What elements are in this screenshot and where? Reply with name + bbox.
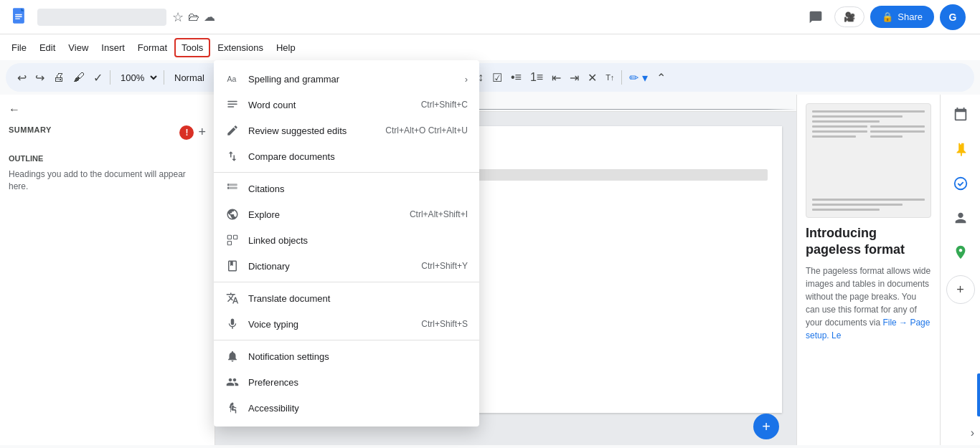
dropdown-section-2: Citations Explore Ctrl+Alt+Shift+I Linke…	[214, 173, 479, 282]
dictionary-icon	[225, 259, 240, 273]
add-content-button[interactable]: +	[753, 414, 779, 439]
main-layout: ← SUMMARY ! + OUTLINE Headings you add t…	[0, 95, 980, 445]
review-edits-label: Review suggested edits	[248, 125, 377, 136]
superscript-button[interactable]: T↑	[603, 70, 617, 85]
chat-icon-btn[interactable]	[803, 4, 829, 30]
paint-format-button[interactable]: 🖌	[70, 68, 88, 87]
decrease-indent-button[interactable]: ⇤	[549, 68, 564, 87]
maps-icon-btn[interactable]	[946, 238, 975, 267]
increase-indent-button[interactable]: ⇥	[567, 68, 582, 87]
svg-rect-11	[227, 184, 229, 186]
notification-settings-item[interactable]: Notification settings	[214, 343, 479, 369]
doc-title-area: ☆ 🗁 ☁	[37, 9, 791, 26]
menu-item-view[interactable]: View	[62, 39, 94, 56]
numbered-list-button[interactable]: 1≡	[527, 68, 546, 87]
svg-rect-3	[15, 16, 22, 16]
meet-icon: 🎥	[844, 11, 855, 22]
menu-item-tools[interactable]: Tools	[174, 38, 210, 57]
svg-rect-9	[227, 106, 234, 108]
mini-line-4	[812, 199, 925, 201]
add-app-button[interactable]: +	[946, 275, 975, 304]
linked-objects-icon	[225, 233, 240, 247]
svg-rect-4	[15, 18, 20, 19]
linked-objects-item[interactable]: Linked objects	[214, 227, 479, 253]
compare-docs-item[interactable]: Compare documents	[214, 143, 479, 169]
mini-line-c2-2	[870, 130, 925, 133]
folder-icon[interactable]: 🗁	[188, 11, 199, 24]
svg-rect-15	[234, 235, 237, 239]
meet-button[interactable]: 🎥	[834, 6, 864, 27]
print-button[interactable]: 🖨	[50, 68, 67, 87]
mini-col-left	[812, 125, 867, 196]
dictionary-item[interactable]: Dictionary Ctrl+Shift+Y	[214, 253, 479, 279]
dropdown-section-3: Translate document Voice typing Ctrl+Shi…	[214, 282, 479, 340]
svg-rect-7	[227, 101, 237, 103]
svg-text:Aa: Aa	[227, 75, 237, 83]
tools-dropdown-menu: Aa Spelling and grammar › Word count Ctr…	[214, 60, 479, 426]
menu-item-insert[interactable]: Insert	[95, 39, 131, 56]
mini-doc-preview	[806, 104, 930, 217]
explore-item[interactable]: Explore Ctrl+Alt+Shift+I	[214, 201, 479, 227]
voice-typing-item[interactable]: Voice typing Ctrl+Shift+S	[214, 311, 479, 337]
checklist-button[interactable]: ☑	[489, 68, 505, 87]
bullet-list-button[interactable]: •≡	[508, 68, 524, 87]
menu-item-format[interactable]: Format	[132, 39, 173, 56]
mini-line-5	[812, 204, 903, 206]
accessibility-icon	[225, 401, 240, 415]
right-panel-body: The pageless format allows wide images a…	[806, 264, 931, 342]
svg-rect-2	[15, 14, 22, 14]
doc-title-row: ☆ 🗁 ☁	[37, 9, 791, 26]
zoom-selector[interactable]: 100%75%125%150%	[115, 70, 159, 85]
voice-typing-shortcut: Ctrl+Shift+S	[421, 319, 468, 329]
svg-rect-16	[227, 242, 231, 245]
menu-item-help[interactable]: Help	[270, 39, 301, 56]
menu-bar: File Edit View Insert Format Tools Exten…	[0, 34, 980, 60]
word-count-item[interactable]: Word count Ctrl+Shift+C	[214, 92, 479, 118]
spelling-grammar-item[interactable]: Aa Spelling and grammar ›	[214, 66, 479, 92]
menu-item-file[interactable]: File	[6, 39, 32, 56]
translate-item[interactable]: Translate document	[214, 285, 479, 311]
preferences-label: Preferences	[248, 377, 468, 388]
dropdown-section-4: Notification settings Preferences Access…	[214, 340, 479, 424]
summary-add-icon[interactable]: +	[198, 125, 206, 140]
spell-check-button[interactable]: ✓	[90, 68, 105, 87]
compare-icon	[225, 149, 240, 163]
cloud-icon[interactable]: ☁	[204, 10, 215, 24]
summary-section: SUMMARY ! +	[9, 125, 206, 140]
sidebar-back-button[interactable]: ←	[9, 103, 206, 116]
preferences-item[interactable]: Preferences	[214, 369, 479, 395]
menu-item-edit[interactable]: Edit	[34, 39, 61, 56]
star-icon[interactable]: ☆	[172, 9, 184, 25]
redo-button[interactable]: ↪	[32, 68, 47, 87]
editing-mode-button[interactable]: ✏ ▾	[626, 68, 650, 87]
toolbar: ↩ ↪ 🖨 🖌 ✓ 100%75%125%150% NormalHeading …	[6, 63, 974, 92]
user-avatar[interactable]: G	[940, 4, 966, 30]
app-icon	[9, 6, 32, 29]
sidebar: ← SUMMARY ! + OUTLINE Headings you add t…	[0, 95, 215, 445]
clear-format-button[interactable]: ✕	[585, 68, 600, 87]
title-icons: ☆ 🗁 ☁	[172, 9, 215, 25]
separator-8	[621, 70, 622, 85]
contacts-icon-btn[interactable]	[946, 204, 975, 232]
review-edits-icon	[225, 123, 240, 138]
share-button[interactable]: 🔒 Share	[870, 6, 934, 28]
accessibility-item[interactable]: Accessibility	[214, 395, 479, 421]
scroll-indicator	[977, 373, 980, 416]
expand-icon[interactable]: ›	[971, 426, 974, 439]
calendar-icon-btn[interactable]	[946, 100, 975, 129]
mini-line-c2-1	[870, 125, 925, 128]
menu-item-extensions[interactable]: Extensions	[212, 39, 269, 56]
notification-icon	[225, 349, 240, 363]
undo-button[interactable]: ↩	[14, 68, 29, 87]
svg-point-5	[954, 178, 966, 190]
tasks-icon-btn[interactable]	[946, 169, 975, 198]
doc-title-input[interactable]	[37, 9, 166, 26]
review-edits-shortcut: Ctrl+Alt+O Ctrl+Alt+U	[385, 125, 468, 135]
mini-line-c2-3	[870, 135, 903, 138]
review-edits-item[interactable]: Review suggested edits Ctrl+Alt+O Ctrl+A…	[214, 118, 479, 143]
citations-label: Citations	[248, 184, 468, 194]
mini-line-6	[812, 209, 880, 211]
collapse-toolbar-button[interactable]: ⌃	[654, 68, 669, 87]
keep-icon-btn[interactable]	[946, 135, 975, 163]
citations-item[interactable]: Citations	[214, 176, 479, 201]
